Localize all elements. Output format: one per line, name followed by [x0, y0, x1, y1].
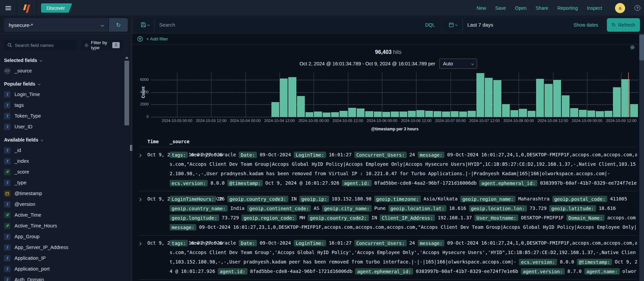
scrollbar-thumb[interactable]	[124, 61, 129, 125]
histogram-bar[interactable]	[502, 104, 510, 117]
histogram-bar[interactable]	[425, 111, 433, 117]
histogram-bar[interactable]	[340, 111, 347, 117]
section-title-popular-fields[interactable]: Popular fields	[0, 79, 132, 89]
sidebar-field-Token_Type[interactable]: tToken_Type	[0, 111, 132, 121]
histogram-bar[interactable]	[451, 111, 459, 117]
histogram-bar[interactable]	[630, 104, 638, 117]
scroll-up-icon[interactable]	[125, 57, 128, 59]
histogram-bar[interactable]	[493, 80, 501, 117]
field-search-input[interactable]	[15, 43, 75, 48]
sidebar-resize-handle[interactable]	[130, 145, 133, 151]
avatar[interactable]: a	[615, 3, 625, 13]
histogram-bar[interactable]	[408, 111, 416, 117]
sidebar-field-_score[interactable]: #_score	[0, 166, 132, 177]
histogram-bar[interactable]	[400, 112, 407, 117]
histogram-bar[interactable]	[596, 111, 604, 117]
scrollbar-thumb[interactable]	[639, 35, 644, 60]
histogram-bar[interactable]	[365, 111, 373, 117]
histogram-bar[interactable]	[374, 112, 382, 117]
sidebar-field-_index[interactable]: t_index	[0, 156, 132, 166]
sidebar-field-Application_port[interactable]: tApplication_port	[0, 263, 132, 274]
histogram-bar[interactable]	[579, 110, 587, 117]
histogram-bar[interactable]	[519, 109, 527, 117]
sidebar-field-_source[interactable]: </>_source	[0, 65, 132, 76]
sidebar-field-Application_IP[interactable]: tApplication_IP	[0, 253, 132, 263]
histogram-bar[interactable]	[323, 113, 330, 117]
help-button[interactable]: ?	[631, 0, 644, 16]
field-name-badge: geoip.country_code2:	[308, 215, 369, 221]
discover-app-badge[interactable]: Discover	[41, 3, 72, 13]
hamburger-menu-icon[interactable]	[0, 0, 16, 16]
histogram-bar[interactable]	[613, 87, 621, 117]
query-language-button[interactable]: DQL	[420, 22, 440, 28]
sidebar-field-Login_Time[interactable]: tLogin_Time	[0, 89, 132, 100]
histogram-bar[interactable]	[536, 79, 544, 117]
sidebar-field-Auth_Domain[interactable]: tAuth_Domain	[0, 274, 132, 281]
histogram-bar[interactable]	[271, 102, 279, 117]
histogram-bar[interactable]	[605, 111, 612, 117]
field-name-badge: ecs.version:	[519, 259, 557, 265]
filter-by-type-button[interactable]: Filter by type 0	[81, 40, 123, 51]
histogram-bar[interactable]	[485, 78, 493, 117]
histogram-bar[interactable]	[570, 108, 578, 117]
histogram-bar[interactable]	[476, 73, 484, 117]
time-range-value[interactable]: Last 7 days	[463, 22, 498, 28]
histogram-bar[interactable]	[510, 110, 518, 117]
show-dates-button[interactable]: Show dates	[569, 22, 603, 28]
nav-link-open[interactable]: Open	[515, 5, 527, 11]
sidebar-field-Active_Time[interactable]: #Active_Time	[0, 210, 132, 220]
reload-index-button[interactable]: ↻	[109, 18, 128, 32]
histogram-bar[interactable]	[442, 112, 450, 117]
histogram-bar[interactable]	[587, 111, 595, 117]
histogram-bar[interactable]	[553, 80, 561, 117]
column-header-time[interactable]: Time	[139, 139, 170, 144]
sidebar-field-Active_Time_Hours[interactable]: #Active_Time_Hours	[0, 220, 132, 231]
histogram-bar[interactable]	[468, 111, 475, 117]
histogram-bar[interactable]	[297, 96, 305, 117]
refresh-button[interactable]: ↻ Refresh	[607, 18, 640, 32]
histogram-bar[interactable]	[331, 112, 339, 117]
histogram-bar[interactable]	[305, 112, 313, 117]
search-input[interactable]	[154, 22, 420, 28]
expand-row-button[interactable]	[139, 238, 147, 276]
histogram-bar[interactable]	[280, 79, 288, 117]
histogram-bar[interactable]	[545, 84, 552, 117]
sidebar-field-_id[interactable]: t_id	[0, 145, 132, 156]
histogram-bar[interactable]	[391, 112, 399, 117]
calendar-button[interactable]	[444, 18, 463, 32]
saved-queries-button[interactable]	[136, 18, 154, 32]
sidebar-field-User_ID[interactable]: tUser_ID	[0, 121, 132, 132]
histogram-bar[interactable]	[562, 95, 569, 117]
chart-plot[interactable]	[151, 72, 638, 117]
index-pattern-select[interactable]: hysecure-*	[4, 18, 108, 32]
nav-link-inspect[interactable]: Inspect	[587, 5, 602, 11]
nav-link-save[interactable]: Save	[495, 5, 506, 11]
main-scrollbar[interactable]	[639, 34, 644, 281]
histogram-bar[interactable]	[314, 112, 322, 117]
app-logo[interactable]	[17, 0, 36, 16]
sidebar-field-@timestamp[interactable]: @timestamp	[0, 188, 132, 199]
sidebar-field-tags[interactable]: ttags	[0, 100, 132, 111]
sidebar-field-_type[interactable]: t_type	[0, 177, 132, 188]
histogram-bar[interactable]	[357, 108, 364, 117]
histogram-bar[interactable]	[416, 110, 424, 117]
histogram-bar[interactable]	[288, 77, 296, 117]
expand-row-button[interactable]	[139, 150, 147, 188]
histogram-bar[interactable]	[434, 111, 441, 117]
x-gridline	[450, 72, 451, 117]
sidebar-field-@version[interactable]: t@version	[0, 199, 132, 210]
histogram-bar[interactable]	[382, 112, 390, 117]
section-title-selected-fields[interactable]: Selected fields	[0, 55, 132, 65]
nav-link-new[interactable]: New	[477, 5, 486, 11]
sidebar-field-App_Server_IP_Address[interactable]: tApp_Server_IP_Address	[0, 242, 132, 253]
sidebar-field-App_Group[interactable]: tApp_Group	[0, 231, 132, 242]
section-title-available-fields[interactable]: Available fields	[0, 135, 132, 145]
sidebar-scrollbar[interactable]	[124, 57, 129, 281]
histogram-bar[interactable]	[348, 108, 356, 117]
column-header-source[interactable]: _source	[170, 139, 189, 144]
histogram-bar[interactable]	[528, 111, 535, 117]
nav-link-share[interactable]: Share	[536, 5, 548, 11]
histogram-bar[interactable]	[459, 112, 467, 117]
expand-row-button[interactable]	[139, 194, 147, 232]
nav-link-reporting[interactable]: Reporting	[557, 5, 578, 11]
